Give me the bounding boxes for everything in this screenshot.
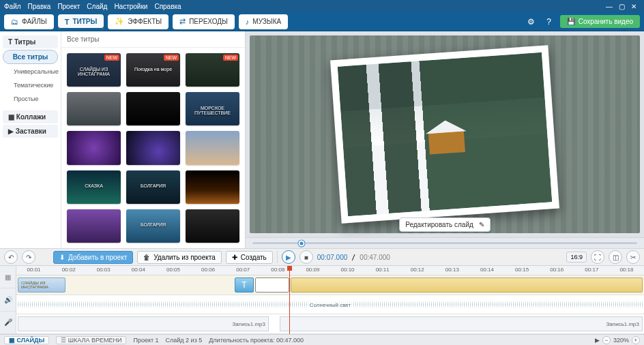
- title-thumbnail[interactable]: БОЛГАРИЯ: [126, 209, 180, 243]
- title-bar: Файл Правка Проект Слайд Настройки Справ…: [0, 0, 644, 12]
- title-thumbnail[interactable]: [126, 92, 180, 125]
- video-track[interactable]: СЛАЙДЫ ИЗ ИНСТАГРАМА T: [16, 275, 644, 295]
- menu-edit[interactable]: Правка: [28, 3, 51, 10]
- help-icon[interactable]: ?: [542, 17, 556, 27]
- sidebar-thematic[interactable]: Тематические: [3, 79, 58, 91]
- mic-clip-2[interactable]: Запись1.mp3: [280, 316, 643, 331]
- clip-remaining[interactable]: [291, 278, 643, 292]
- sidebar-splash[interactable]: ▶ Заставки: [3, 125, 58, 138]
- timeline[interactable]: ▦ 🔊 🎤 00:0100:0200:0300:0400:0500:0600:0…: [0, 266, 644, 334]
- menu-project[interactable]: Проект: [57, 3, 80, 10]
- save-icon: 💾: [567, 18, 575, 25]
- title-thumbnail[interactable]: [67, 131, 121, 164]
- scrubber-handle[interactable]: [298, 240, 304, 246]
- title-thumbnail[interactable]: БОЛГАРИЯ: [126, 170, 180, 204]
- edit-slide-label: Редактировать слайд: [405, 221, 473, 228]
- sidebar-all-titles[interactable]: Все титры: [3, 50, 58, 64]
- mic-track[interactable]: Запись1.mp3 Запись1.mp3: [16, 314, 644, 334]
- title-thumbnail[interactable]: [186, 170, 239, 204]
- window-close-button[interactable]: ✕: [628, 3, 640, 10]
- ruler-tick: 00:04: [132, 267, 145, 273]
- settings-icon[interactable]: ⚙: [525, 17, 538, 27]
- sidebar-titles-group[interactable]: T Титры: [3, 35, 58, 48]
- title-thumbnail[interactable]: [186, 209, 239, 243]
- tab-files-label: ФАЙЛЫ: [22, 18, 47, 25]
- create-label: Создать: [241, 254, 267, 261]
- sidebar-simple[interactable]: Простые: [3, 93, 58, 105]
- status-bar: ▦ СЛАЙДЫ ☰ ШКАЛА ВРЕМЕНИ Проект 1 Слайд …: [0, 334, 644, 345]
- preview-scrubber[interactable]: [246, 237, 644, 248]
- ruler-tick: 00:08: [271, 267, 284, 273]
- redo-button[interactable]: ↷: [22, 250, 35, 264]
- playhead[interactable]: [289, 266, 290, 334]
- thumbnail-grid[interactable]: СЛАЙДЫ ИЗ ИНСТАГРАМАNEWПоездка на мореNE…: [61, 48, 245, 248]
- status-slide-info: Слайд 2 из 5: [166, 337, 203, 344]
- status-play-icon[interactable]: ▶: [595, 337, 600, 344]
- music-icon: ♪: [246, 18, 250, 26]
- status-tab-timeline[interactable]: ☰ ШКАЛА ВРЕМЕНИ: [56, 336, 126, 344]
- ruler-tick: 00:14: [480, 267, 494, 273]
- tab-effects[interactable]: ✨ЭФФЕКТЫ: [108, 14, 169, 29]
- menu-file[interactable]: Файл: [4, 3, 21, 10]
- preview-area[interactable]: Редактировать слайд ✎: [246, 31, 644, 237]
- remove-from-project-button[interactable]: 🗑Удалить из проекта: [137, 251, 222, 264]
- preview-panel: Редактировать слайд ✎: [246, 31, 644, 248]
- menu-slide[interactable]: Слайд: [87, 3, 107, 10]
- snapshot-button[interactable]: ◫: [609, 250, 622, 264]
- split-button[interactable]: ✂: [626, 250, 640, 264]
- title-thumbnail[interactable]: [126, 131, 180, 164]
- undo-button[interactable]: ↶: [4, 250, 18, 264]
- fullscreen-button[interactable]: ⛶: [591, 250, 604, 264]
- preview-polaroid: [330, 45, 559, 224]
- zoom-out-button[interactable]: −: [602, 336, 611, 344]
- window-minimize-button[interactable]: —: [603, 3, 615, 10]
- mic-track-icon[interactable]: 🎤: [0, 312, 16, 334]
- clip-title-card[interactable]: T: [235, 278, 254, 292]
- edit-slide-button[interactable]: Редактировать слайд ✎: [399, 217, 491, 232]
- zoom-in-button[interactable]: +: [632, 336, 640, 344]
- title-thumbnail[interactable]: NEW: [186, 53, 239, 87]
- video-track-icon[interactable]: ▦: [0, 266, 16, 288]
- tab-music[interactable]: ♪МУЗЫКА: [239, 14, 288, 29]
- add-to-project-button[interactable]: ⬇Добавить в проект: [53, 251, 133, 264]
- status-tab-slides[interactable]: ▦ СЛАЙДЫ: [4, 336, 49, 344]
- title-thumbnail[interactable]: [67, 92, 121, 125]
- top-toolbar: 🗂ФАЙЛЫ TТИТРЫ ✨ЭФФЕКТЫ ⇄ПЕРЕХОДЫ ♪МУЗЫКА…: [0, 12, 644, 31]
- ruler-tick: 00:18: [619, 267, 633, 273]
- transitions-icon: ⇄: [179, 17, 186, 26]
- title-thumbnail[interactable]: [186, 131, 239, 164]
- clip-intro[interactable]: СЛАЙДЫ ИЗ ИНСТАГРАМА: [18, 278, 65, 292]
- title-thumbnail[interactable]: СКАЗКА: [67, 170, 121, 204]
- audio-track-icon[interactable]: 🔊: [0, 288, 16, 311]
- ruler-tick: 00:02: [62, 267, 76, 273]
- tab-titles[interactable]: TТИТРЫ: [58, 14, 104, 29]
- play-button[interactable]: ▶: [282, 250, 295, 264]
- title-thumbnail[interactable]: Поездка на мореNEW: [126, 53, 180, 87]
- sidebar-collages[interactable]: ▦ Коллажи: [3, 110, 58, 123]
- timeline-ruler[interactable]: 00:0100:0200:0300:0400:0500:0600:0700:08…: [16, 266, 644, 275]
- audio-track[interactable]: Солнечный свет: [16, 295, 644, 315]
- effects-icon: ✨: [115, 17, 124, 26]
- create-button[interactable]: ✚Создать: [226, 251, 273, 264]
- stop-button[interactable]: ■: [299, 250, 313, 264]
- mic-clip-1[interactable]: Запись1.mp3: [18, 316, 269, 331]
- window-maximize-button[interactable]: ▢: [615, 3, 628, 10]
- download-icon: ⬇: [59, 254, 65, 261]
- sidebar-universal[interactable]: Универсальные: [3, 65, 58, 78]
- clip-current-slide[interactable]: [255, 278, 289, 292]
- tab-transitions[interactable]: ⇄ПЕРЕХОДЫ: [173, 14, 235, 29]
- title-thumbnail[interactable]: МОРСКОЕ ПУТЕШЕСТВИЕ: [186, 92, 239, 125]
- menu-settings[interactable]: Настройки: [114, 3, 147, 10]
- menu-help[interactable]: Справка: [154, 3, 181, 10]
- save-video-button[interactable]: 💾Сохранить видео: [560, 15, 640, 28]
- remove-from-project-label: Удалить из проекта: [153, 254, 216, 261]
- tab-files[interactable]: 🗂ФАЙЛЫ: [4, 14, 54, 29]
- aspect-ratio-chip[interactable]: 16:9: [566, 252, 587, 262]
- titles-icon: T: [65, 18, 70, 26]
- trash-icon: 🗑: [143, 254, 150, 261]
- title-thumbnail[interactable]: СЛАЙДЫ ИЗ ИНСТАГРАМАNEW: [67, 53, 121, 87]
- title-thumbnail[interactable]: [67, 209, 121, 243]
- thumbnail-caption: БОЛГАРИЯ: [126, 222, 180, 227]
- category-sidebar: T Титры Все титры Универсальные Тематиче…: [0, 31, 61, 248]
- plus-icon: ✚: [232, 254, 237, 261]
